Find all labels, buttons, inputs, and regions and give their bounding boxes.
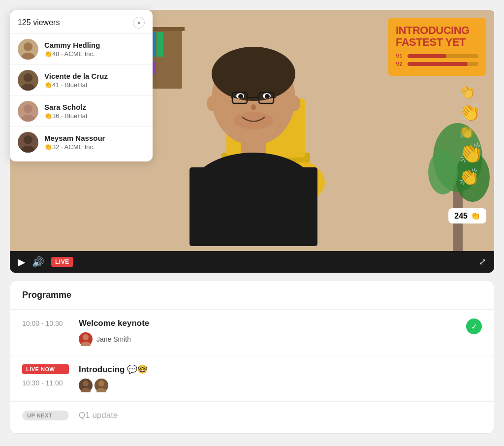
bar-fill-v1	[408, 54, 446, 58]
fullscreen-icon: ⤢	[479, 257, 486, 267]
clap-number: 245	[454, 212, 468, 221]
intro-title: INTRODUCING FASTEST YET	[396, 25, 478, 48]
intro-card: INTRODUCING FASTEST YET V1 V2	[388, 18, 486, 76]
svg-rect-34	[189, 167, 317, 246]
bar-fill-v2	[408, 62, 468, 66]
programme-title-1: Welcome keynote	[79, 319, 456, 328]
svg-point-23	[238, 94, 243, 99]
clap-emoji-4: 👏	[459, 142, 489, 165]
play-button[interactable]: ▶	[18, 256, 25, 268]
programme-item-3: UP NEXT Q1 update	[10, 402, 494, 433]
viewer-item: Sara Scholz 👏36 · BlueHat	[10, 96, 153, 127]
viewer-meta: 👏36 · BlueHat	[44, 112, 88, 120]
viewer-name: Meysam Nassour	[44, 134, 105, 142]
svg-point-24	[265, 94, 270, 99]
item-time-1: 10:00 - 10:30	[22, 319, 69, 327]
bar-row-v2: V2	[396, 61, 478, 67]
viewer-meta: 👏48 · ACME Inc.	[44, 50, 100, 58]
bar-track-v1	[408, 54, 478, 58]
avatar	[18, 39, 38, 60]
viewer-name: Sara Scholz	[44, 103, 88, 111]
svg-point-36	[288, 96, 300, 111]
viewer-meta: 👏41 · BlueHat	[44, 81, 108, 89]
clap-emoji-1: 👏	[459, 84, 479, 100]
svg-point-44	[81, 388, 91, 392]
speaker-avatar-2a	[79, 379, 93, 392]
speaker-row-1: Jane Smith	[79, 332, 456, 346]
programme-content-1: Welcome keynote Jane Smith	[79, 319, 456, 346]
svg-rect-13	[157, 32, 163, 57]
viewer-info: Sara Scholz 👏36 · BlueHat	[44, 103, 88, 120]
svg-point-1	[21, 53, 35, 60]
programme-time-2: 10:30 - 11:00	[22, 378, 69, 387]
viewers-popup: 125 viewers × Cammy Hedling 👏48 · ACME I…	[10, 10, 153, 161]
speaker-name-1: Jane Smith	[96, 335, 131, 343]
avatar-image	[18, 132, 38, 153]
fullscreen-button[interactable]: ⤢	[479, 256, 486, 267]
clap-emoji-5: 👏	[459, 167, 484, 187]
video-controls: ▶ 🔊 LIVE ⤢	[10, 251, 494, 273]
page-container: 125 viewers × Cammy Hedling 👏48 · ACME I…	[10, 10, 494, 434]
viewer-meta: 👏32 · ACME Inc.	[44, 143, 105, 151]
avatar-image	[18, 70, 38, 91]
svg-point-31	[234, 112, 273, 129]
svg-point-42	[81, 342, 91, 346]
item-status-2: LIVE NOW 10:30 - 11:00	[22, 364, 69, 387]
viewers-header: 125 viewers ×	[10, 10, 153, 33]
svg-point-0	[24, 42, 32, 51]
programme-title-3: Q1 update	[79, 411, 472, 420]
up-next-badge: UP NEXT	[22, 411, 69, 420]
clap-emoji-counter: 👏	[471, 211, 480, 221]
avatar-image	[18, 101, 38, 122]
speaker-avatar-img	[94, 379, 108, 392]
avatar	[18, 132, 38, 153]
v1-label: V1	[396, 53, 405, 59]
volume-button[interactable]: 🔊	[32, 256, 44, 268]
svg-point-46	[96, 388, 106, 392]
svg-point-40	[428, 150, 458, 194]
clap-emoji-2: 👏	[459, 102, 489, 123]
v2-label: V2	[396, 61, 405, 67]
svg-point-20	[212, 47, 295, 101]
svg-point-4	[24, 104, 32, 113]
live-now-badge: LIVE NOW	[22, 364, 69, 374]
controls-left: ▶ 🔊 LIVE	[18, 256, 73, 268]
close-button[interactable]: ×	[133, 17, 145, 29]
svg-point-6	[24, 135, 32, 144]
programme-status-1: ✓	[466, 319, 482, 334]
svg-point-45	[98, 381, 104, 386]
programme-content-2: Introducing 💬🤓	[79, 364, 472, 392]
avatar-image	[18, 39, 38, 60]
viewer-info: Vicente de la Cruz 👏41 · BlueHat	[44, 72, 108, 89]
viewers-count: 125 viewers	[18, 18, 60, 27]
programme-content-3: Q1 update	[79, 411, 472, 424]
programme-item-2: LIVE NOW 10:30 - 11:00 Introducing 💬🤓	[10, 355, 494, 402]
svg-point-43	[83, 381, 89, 386]
svg-point-30	[251, 104, 256, 110]
video-wrapper: 125 viewers × Cammy Hedling 👏48 · ACME I…	[10, 10, 494, 273]
svg-point-5	[21, 115, 35, 122]
svg-point-35	[207, 96, 219, 111]
avatar	[18, 70, 38, 91]
viewer-item: Meysam Nassour 👏32 · ACME Inc.	[10, 127, 153, 158]
programme-time-1: 10:00 - 10:30	[22, 319, 69, 327]
programme-item-1: 10:00 - 10:30 Welcome keynote Jane Smith…	[10, 310, 494, 355]
viewer-name: Cammy Hedling	[44, 41, 100, 49]
viewer-name: Vicente de la Cruz	[44, 72, 108, 80]
bar-row-v1: V1	[396, 53, 478, 59]
check-icon: ✓	[466, 319, 482, 334]
speaker-avatar-img	[79, 379, 93, 392]
bar-track-v2	[408, 62, 478, 66]
live-badge: LIVE	[51, 257, 73, 267]
avatar	[18, 101, 38, 122]
viewer-item: Cammy Hedling 👏48 · ACME Inc.	[10, 33, 153, 64]
clap-emojis: 👏 👏 👏 👏 👏	[459, 84, 489, 187]
svg-point-41	[83, 334, 89, 340]
programme-section: Programme 10:00 - 10:30 Welcome keynote …	[10, 281, 494, 434]
speaker-avatar-2b	[94, 379, 108, 392]
item-status-3: UP NEXT	[22, 411, 69, 420]
programme-header: Programme	[10, 281, 494, 310]
speaker-avatar-img	[79, 332, 93, 346]
programme-title-2: Introducing 💬🤓	[79, 364, 472, 375]
svg-point-3	[21, 84, 35, 91]
